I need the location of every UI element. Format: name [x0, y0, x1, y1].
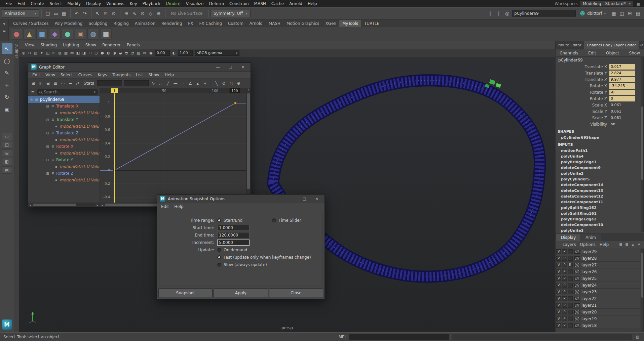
grid-display-icon[interactable]: ▦ — [63, 50, 69, 56]
snap-time-icon[interactable]: ◎ — [228, 80, 235, 87]
shelf-tab[interactable]: TURTLE — [361, 20, 382, 27]
workspace-selector[interactable]: Modeling - Standard* ▾ — [580, 1, 633, 7]
layer-visibility-toggle[interactable]: V — [556, 263, 561, 267]
mel-toggle[interactable]: MEL — [338, 335, 347, 339]
graph-node-pcylinder69[interactable]: pCylinder69 — [28, 96, 100, 103]
stats-value-field[interactable] — [124, 80, 149, 86]
spline-tangent-icon[interactable]: ∿ — [150, 80, 157, 87]
layer-row[interactable]: V P layer24 — [556, 282, 640, 289]
shelf-tab[interactable]: MASH — [266, 20, 283, 27]
menu-item[interactable]: Arnold — [287, 0, 305, 7]
graph-outliner-row[interactable]: motionPath1.U Value — [28, 136, 100, 143]
pause-playback-icon[interactable]: ‖ — [486, 9, 494, 17]
open-scene-icon[interactable]: ▭ — [52, 9, 60, 17]
layer-displaytype-toggle[interactable] — [568, 316, 573, 321]
minimize-button[interactable]: — — [287, 196, 297, 202]
layer-playback-toggle[interactable]: P — [562, 290, 567, 294]
wireframe-icon[interactable]: ○ — [93, 50, 99, 56]
graph-filter-icon[interactable]: ⊞ — [30, 80, 37, 87]
viewport-menu[interactable]: View — [22, 43, 37, 47]
graph-outliner-row[interactable]: motionPath1.U Value — [28, 110, 100, 116]
graph-editor-menu[interactable]: Curves — [76, 73, 95, 77]
layout-four-pane[interactable]: ⊞ — [2, 150, 12, 157]
snap-grid-icon[interactable]: ⊞ — [122, 9, 130, 17]
shelf-tool-8-icon[interactable]: ■ — [100, 28, 112, 40]
graph-outliner-row[interactable]: Translate Y — [28, 116, 100, 123]
camera-select-icon[interactable]: ◎ — [21, 50, 27, 56]
layer-row[interactable]: V P layer25 — [556, 275, 640, 282]
channel-value-field[interactable]: -0 — [609, 90, 635, 95]
channel-value-field[interactable]: 0.061 — [609, 115, 635, 121]
search-input[interactable]: Search... ▾ — [37, 89, 98, 95]
dialog-menu[interactable]: Help — [172, 204, 186, 209]
graph-outliner-row[interactable]: Translate X — [28, 103, 100, 110]
viewport-menu[interactable]: Shading — [37, 43, 60, 47]
layer-visibility-toggle[interactable]: V — [556, 323, 561, 328]
input-node[interactable]: polyBridgeEdge2 — [556, 216, 640, 222]
image-plane-icon[interactable]: ◫ — [45, 50, 51, 56]
snapshot-button[interactable]: Snapshot — [158, 288, 213, 297]
graph-outliner-row[interactable]: motionPath1.U Value — [28, 123, 100, 130]
menu-item[interactable]: Help — [305, 0, 319, 7]
layer-row[interactable]: V P layer23 — [556, 289, 640, 295]
break-tangents-icon[interactable]: ╲ — [213, 80, 220, 87]
snap-point-icon[interactable]: ⊙ — [139, 9, 147, 17]
layer-displaytype-toggle[interactable] — [568, 269, 573, 274]
select-component-icon[interactable]: ⊙ — [110, 9, 118, 17]
shelf-tab[interactable]: Curves / Surfaces — [10, 20, 51, 27]
expand-toggle-icon[interactable] — [46, 172, 49, 175]
move-nearest-key-icon[interactable]: ◫ — [37, 80, 44, 87]
menu-set-selector[interactable]: Animation ▾ — [2, 9, 39, 17]
scroll-left-icon[interactable]: ◂ — [28, 204, 33, 207]
exposure-field[interactable]: 0.00 — [155, 50, 170, 56]
channel-row[interactable]: Rotate X -34.243 — [556, 83, 640, 89]
expand-toggle-icon[interactable] — [46, 118, 49, 122]
minimize-button[interactable]: — — [213, 64, 223, 71]
layer-visibility-toggle[interactable]: V — [556, 316, 561, 321]
layer-row[interactable]: V P layer28 — [556, 255, 640, 262]
xray-icon[interactable]: ▧ — [136, 50, 142, 56]
stats-time-field[interactable] — [97, 80, 122, 86]
layer-visibility-toggle[interactable]: V — [556, 310, 561, 314]
layer-color-swatch[interactable] — [574, 276, 580, 281]
layer-playback-toggle[interactable]: P — [562, 263, 567, 267]
input-node[interactable]: motionPath1 — [556, 148, 640, 154]
fixed-tangent-icon[interactable]: ▾ — [201, 80, 209, 87]
tab-anim[interactable]: Anim — [581, 234, 601, 241]
channel-value-field[interactable]: 0.017 — [609, 64, 635, 70]
layer-row[interactable]: V P layer22 — [556, 295, 640, 302]
shelf-tab-mytools[interactable]: MyTools — [339, 20, 361, 27]
channel-row[interactable]: Rotate Z 0 — [556, 95, 640, 102]
graph-editor-menu[interactable]: Show — [146, 73, 162, 77]
graph-editor-plot[interactable]: 1 120 50 100 1 0.8 0.6 0.4 0.2 0 -0.2 -0… — [100, 88, 251, 207]
layer-color-swatch[interactable] — [574, 263, 580, 267]
menu-item[interactable]: Playback — [140, 0, 163, 7]
layer-displaytype-toggle[interactable]: R — [568, 263, 573, 267]
menu-item[interactable]: Create — [28, 0, 47, 7]
flat-tangent-icon[interactable]: — — [172, 80, 179, 87]
layout-outliner-persp[interactable]: ◧ — [2, 158, 12, 165]
step-tangent-icon[interactable]: ¬ — [179, 80, 187, 87]
filter-icon[interactable]: ≡ — [30, 89, 36, 95]
graph-outliner-row[interactable]: motionPath1.U Value — [28, 163, 100, 170]
layout-two-pane[interactable]: ◫ — [2, 141, 12, 148]
channel-row[interactable]: Scale Y 0.061 — [556, 108, 640, 115]
menu-item[interactable]: MASH — [252, 0, 269, 7]
layer-displaytype-toggle[interactable] — [568, 323, 573, 328]
resolution-gate-icon[interactable]: ◧ — [75, 50, 81, 56]
shelf-tab[interactable]: FX — [185, 20, 196, 27]
increment-field[interactable] — [217, 240, 250, 246]
layer-displaytype-toggle[interactable] — [568, 303, 573, 308]
outliner-hscrollbar[interactable]: ◂ ▸ — [28, 203, 100, 207]
save-scene-icon[interactable]: ▦ — [60, 9, 68, 17]
layer-playback-toggle[interactable]: P — [562, 283, 567, 288]
symmetry-selector[interactable]: Symmetry: Off ▾ — [211, 10, 250, 17]
shelf-tab[interactable]: Arnold — [247, 20, 266, 27]
input-node[interactable]: polySplitRing161 — [556, 211, 640, 216]
channel-value-field[interactable]: 0 — [609, 96, 635, 101]
apply-button[interactable]: Apply — [214, 288, 268, 297]
viewport-menu[interactable]: Panels — [124, 43, 143, 47]
layer-color-swatch[interactable] — [574, 303, 580, 307]
layer-color-swatch[interactable] — [574, 283, 580, 287]
clamped-tangent-icon[interactable]: ◡ — [157, 80, 164, 87]
